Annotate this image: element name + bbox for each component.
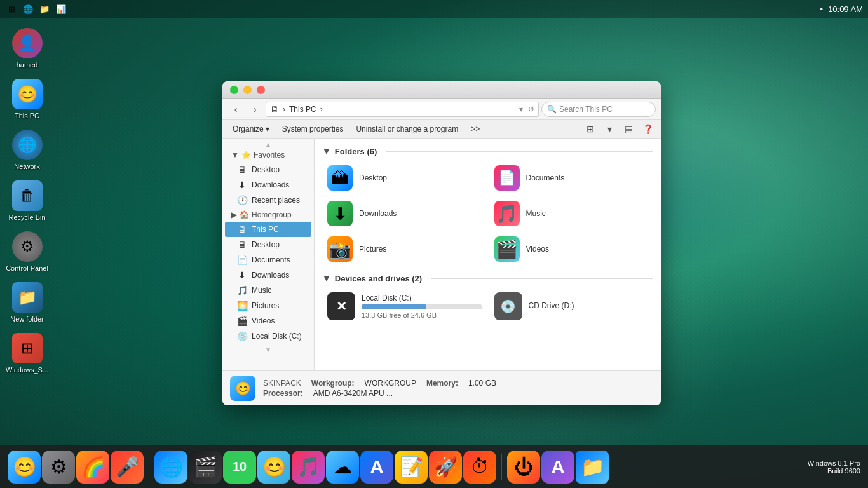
drive-d-info: CD Drive (D:) (529, 301, 649, 312)
sidebar-item-downloads[interactable]: ⬇ Downloads (225, 177, 311, 193)
forward-button[interactable]: › (247, 102, 263, 116)
drives-collapse-button[interactable]: ▼ (322, 273, 331, 283)
favorites-arrow: ▼ (231, 151, 239, 159)
desktop-icon-new-folder[interactable]: 📁 New folder (3, 280, 51, 325)
help-button[interactable]: ❓ (639, 122, 656, 136)
dock-finder[interactable]: 😊 (8, 451, 41, 484)
desktop-icon-control-panel[interactable]: ⚙ Control Panel (3, 229, 51, 274)
search-placeholder: Search This PC (559, 105, 613, 114)
folder-music-icon: 🎵 (494, 201, 520, 226)
view-tiles-button[interactable]: ⊞ (582, 122, 599, 136)
taskbar-bottom: 😊 ⚙ 🌈 🎤 🌐 🎬 10 😊 🎵 ☁ A 📝 🚀 ⏱ ⏻ A 📁 Windo… (0, 445, 868, 488)
dock-claquette[interactable]: 🎬 (189, 451, 222, 484)
drive-c-progress-fill (362, 304, 426, 309)
window-close-button[interactable] (257, 86, 265, 94)
sidebar-item-local-disk[interactable]: 💿 Local Disk (C:) (225, 329, 311, 344)
desktop-icon-network[interactable]: 🌐 Network (3, 127, 51, 173)
folder-videos[interactable]: 🎬 Videos (489, 233, 654, 266)
dock-appstore[interactable]: A (360, 451, 393, 484)
drive-c-logo: ✕ (327, 292, 355, 320)
desktop-icon-this-pc[interactable]: 😊 This PC (3, 76, 51, 122)
sidebar-pictures-icon: 🌅 (236, 301, 248, 311)
folder-downloads-icon: ⬇ (327, 201, 353, 226)
start-icon[interactable]: ⊞ (5, 3, 18, 15)
sidebar-favorites-header[interactable]: ▼ ⭐ Favorites (225, 148, 311, 162)
window-minimize-button[interactable] (243, 86, 252, 94)
user-avatar: 👤 (12, 28, 43, 58)
address-refresh-button[interactable]: ↺ (528, 105, 534, 114)
desktop-icon-windows-s[interactable]: ⊞ Windows_S... (3, 330, 51, 376)
dock-power[interactable]: ⏻ (507, 451, 540, 484)
window-maximize-button[interactable] (230, 86, 238, 94)
sidebar-item-downloads2[interactable]: ⬇ Downloads (225, 268, 311, 283)
more-label: >> (471, 125, 480, 133)
folder-desktop[interactable]: 🏔 Desktop (322, 161, 487, 194)
sidebar-music-icon: 🎵 (236, 285, 248, 295)
homegroup-arrow: ▶ (231, 210, 237, 219)
folder-videos-label: Videos (526, 245, 549, 254)
taskbar-top-left: ⊞ 🌐 📁 📊 (5, 3, 67, 15)
ie-icon[interactable]: 🌐 (22, 3, 34, 15)
window-content: ▲ ▼ ⭐ Favorites 🖥 Desktop ⬇ Downloads 🕐 (222, 139, 661, 370)
sidebar-item-this-pc[interactable]: 🖥 This PC (225, 222, 311, 237)
search-bar[interactable]: 🔍 Search This PC (541, 102, 656, 117)
taskbar-right-text: Windows 8.1 Pro Build 9600 (808, 459, 860, 475)
folder-desktop-label: Desktop (359, 173, 387, 182)
favorites-label: Favorites (254, 151, 285, 159)
dock-settings[interactable]: ⚙ (42, 451, 75, 484)
sidebar-item-desktop[interactable]: 🖥 Desktop (225, 162, 311, 177)
dock-appstore2[interactable]: A (541, 451, 574, 484)
view-dropdown-button[interactable]: ▾ (601, 122, 618, 136)
system-properties-menu[interactable]: System properties (277, 123, 349, 135)
drive-d[interactable]: 💿 CD Drive (D:) (489, 288, 654, 324)
preview-pane-button[interactable]: ▤ (620, 122, 637, 136)
dock-ios10[interactable]: 10 (223, 451, 256, 484)
folders-collapse-button[interactable]: ▼ (322, 146, 331, 156)
dock-music[interactable]: 🎵 (292, 451, 325, 484)
dock-cloud[interactable]: ☁ (326, 451, 359, 484)
sidebar-item-music[interactable]: 🎵 Music (225, 283, 311, 298)
homegroup-label: Homegroup (252, 210, 292, 219)
dock-launchpad[interactable]: 🌈 (76, 451, 109, 484)
more-menu[interactable]: >> (466, 123, 485, 135)
back-button[interactable]: ‹ (227, 102, 244, 116)
folder-pictures[interactable]: 📸 Pictures (322, 233, 487, 266)
finder-icon: 😊 (12, 79, 43, 109)
system-properties-label: System properties (282, 125, 344, 133)
sidebar-item-desktop2[interactable]: 🖥 Desktop (225, 237, 311, 252)
dock-dashboard[interactable]: ⏱ (463, 451, 496, 484)
skinpack-label: SKINPACK (263, 379, 301, 388)
dock-finder2[interactable]: 😊 (257, 451, 290, 484)
dock-files[interactable]: 📁 (576, 451, 609, 484)
drive-d-name: CD Drive (D:) (529, 301, 649, 310)
address-bar[interactable]: 🖥 › This PC › ▾ ↺ (266, 102, 539, 117)
desktop-icon-hamed[interactable]: 👤 hamed (3, 25, 51, 71)
sidebar-item-videos[interactable]: 🎬 Videos (225, 313, 311, 329)
window-titlebar (222, 81, 661, 99)
sidebar-scroll-up[interactable]: ▲ (222, 141, 314, 148)
sidebar-pictures-label: Pictures (252, 301, 279, 310)
sidebar-homegroup-header[interactable]: ▶ 🏠 Homegroup (225, 208, 311, 222)
uninstall-menu[interactable]: Uninstall or change a program (351, 123, 463, 135)
sidebar-item-recent[interactable]: 🕐 Recent places (225, 193, 311, 208)
dock-mic[interactable]: 🎤 (111, 451, 144, 484)
desktop-icon-recycle-bin[interactable]: 🗑 Recycle Bin (3, 178, 51, 224)
dock-rocket[interactable]: 🚀 (429, 451, 462, 484)
sidebar-item-pictures[interactable]: 🌅 Pictures (225, 298, 311, 313)
drive-c[interactable]: ✕ Local Disk (C:) 13.3 GB free of 24.6 G… (322, 288, 487, 324)
folder-music[interactable]: 🎵 Music (489, 197, 654, 230)
dock-notes[interactable]: 📝 (395, 451, 428, 484)
sidebar-item-documents[interactable]: 📄 Documents (225, 252, 311, 268)
sidebar-videos-label: Videos (252, 316, 275, 325)
folders-grid: 🏔 Desktop 📄 Documents ⬇ Downloads 🎵 Musi… (322, 161, 653, 266)
address-dropdown-button[interactable]: ▾ (519, 105, 523, 114)
excel-icon[interactable]: 📊 (55, 3, 67, 15)
sidebar-scroll-down[interactable]: ▼ (222, 346, 314, 353)
dock-network[interactable]: 🌐 (154, 451, 187, 484)
organize-menu[interactable]: Organize ▾ (227, 123, 275, 135)
drive-c-progress-bar (362, 304, 482, 309)
explorer-icon[interactable]: 📁 (38, 3, 51, 15)
folder-pictures-icon: 📸 (327, 236, 353, 262)
folder-downloads[interactable]: ⬇ Downloads (322, 197, 487, 230)
folder-documents[interactable]: 📄 Documents (489, 161, 654, 194)
